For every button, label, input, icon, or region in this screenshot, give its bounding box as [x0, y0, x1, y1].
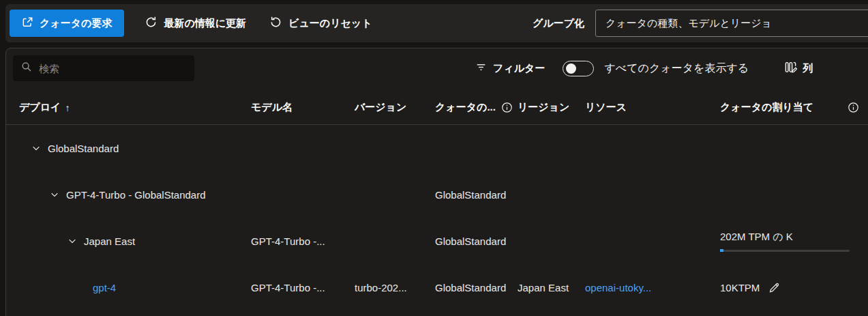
info-icon[interactable]: [848, 102, 859, 113]
quota-usage-fill: [720, 249, 723, 252]
column-header-deploy[interactable]: デプロイ ↑: [19, 101, 251, 114]
show-all-quota-toggle[interactable]: [563, 61, 594, 76]
search-icon: [21, 61, 32, 75]
refresh-icon: [145, 16, 158, 31]
resource-link[interactable]: openai-utoky...: [585, 282, 651, 293]
request-quota-label: クォータの要求: [40, 17, 112, 30]
group-by: グループ化 クォータの種類、モデルとリージョ: [533, 10, 868, 37]
columns-label: 列: [803, 62, 813, 75]
request-quota-button[interactable]: クォータの要求: [10, 10, 124, 37]
model-name-value: GPT-4-Turbo -...: [251, 282, 325, 293]
info-icon[interactable]: [501, 102, 513, 113]
toggle-knob: [566, 63, 576, 74]
edit-columns-icon: [784, 61, 797, 76]
table-row[interactable]: Japan East GPT-4-Turbo -... GlobalStanda…: [6, 218, 868, 264]
search-input[interactable]: [39, 63, 186, 74]
filter-label: フィルター: [493, 62, 545, 75]
refresh-button[interactable]: 最新の情報に更新: [142, 10, 249, 37]
group-by-label: グループ化: [533, 17, 584, 30]
undo-icon: [269, 16, 282, 31]
quota-screen: クォータの要求 最新の情報に更新 ビューのリセット グループ化: [0, 0, 868, 316]
group-by-value: クォータの種類、モデルとリージョ: [605, 17, 772, 30]
quota-type-value: GlobalStandard: [435, 282, 506, 293]
search-box[interactable]: [13, 55, 194, 81]
edit-columns-button[interactable]: 列: [784, 61, 813, 76]
filter-icon: [475, 61, 487, 76]
chevron-down-icon[interactable]: [50, 190, 59, 199]
reset-view-button[interactable]: ビューのリセット: [267, 10, 374, 37]
quota-type-value: GlobalStandard: [435, 235, 506, 247]
column-header-model[interactable]: モデル名: [251, 101, 355, 114]
refresh-label: 最新の情報に更新: [164, 17, 246, 30]
filter-button[interactable]: フィルター: [475, 61, 545, 76]
table-row[interactable]: gpt-4 GPT-4-Turbo -... turbo-202... Glob…: [6, 264, 868, 311]
external-link-icon: [22, 16, 33, 30]
column-header-version[interactable]: バージョン: [355, 101, 435, 114]
show-all-quota-label: すべてのクォータを表示する: [604, 61, 749, 76]
group-by-dropdown[interactable]: クォータの種類、モデルとリージョ: [595, 10, 868, 37]
quota-panel: フィルター すべてのクォータを表示する 列: [5, 48, 868, 316]
chevron-down-icon[interactable]: [31, 143, 41, 153]
table-tools: フィルター すべてのクォータを表示する 列: [475, 55, 813, 81]
model-name-value: GPT-4-Turbo -...: [251, 235, 325, 247]
version-value: turbo-202...: [355, 282, 407, 293]
column-header-allocation[interactable]: クォータの割り当て: [720, 101, 863, 114]
column-header-region[interactable]: リージョン: [518, 101, 585, 114]
sort-asc-icon: ↑: [65, 102, 70, 113]
group-label: Japan East: [84, 235, 135, 247]
reset-view-label: ビューのリセット: [288, 17, 372, 30]
table-row[interactable]: GPT-4-Turbo - GlobalStandard GlobalStand…: [6, 171, 868, 218]
edit-quota-icon[interactable]: [768, 281, 781, 294]
deployment-link[interactable]: gpt-4: [93, 282, 116, 293]
command-bar: クォータの要求 最新の情報に更新 ビューのリセット グループ化: [5, 4, 868, 42]
panel-toolbar: フィルター すべてのクォータを表示する 列: [6, 48, 868, 91]
column-header-quota-type[interactable]: クォータの...: [435, 101, 518, 114]
quota-type-value: GlobalStandard: [435, 189, 506, 201]
region-value: Japan East: [518, 282, 569, 293]
quota-usage-progressbar: [720, 250, 850, 252]
chevron-down-icon[interactable]: [68, 236, 77, 246]
quota-allocation: 202M TPM の K: [720, 231, 850, 252]
group-label: GlobalStandard: [48, 143, 119, 154]
table-header: デプロイ ↑ モデル名 バージョン クォータの... リージョン: [6, 91, 868, 125]
quota-allocation-text: 202M TPM の K: [720, 231, 850, 244]
group-label: GPT-4-Turbo - GlobalStandard: [66, 189, 206, 201]
table-row[interactable]: GlobalStandard: [6, 125, 868, 171]
quota-allocation-text: 10KTPM: [720, 282, 760, 293]
column-header-resource[interactable]: リソース: [585, 101, 720, 114]
